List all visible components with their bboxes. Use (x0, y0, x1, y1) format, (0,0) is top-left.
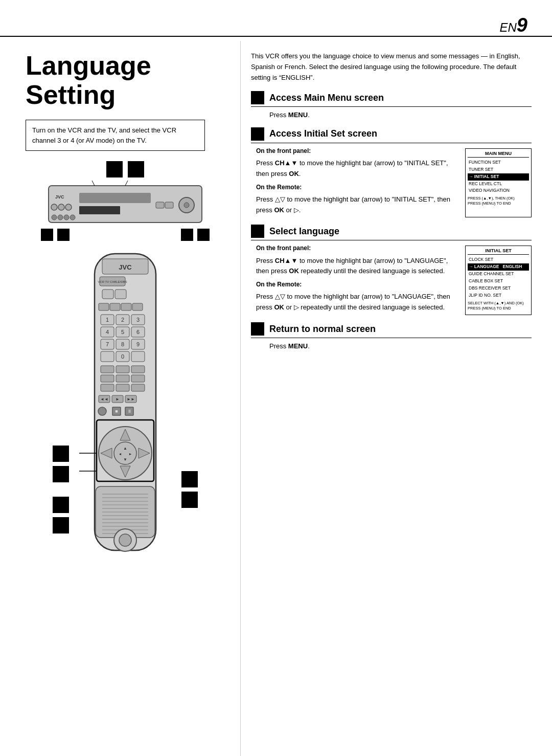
step-3-text: On the front panel: Press CH▲▼ to move t… (256, 243, 460, 315)
svg-rect-51 (116, 366, 129, 373)
step-1-text: Press MENU. (251, 110, 532, 120)
svg-text:◄◄: ◄◄ (100, 397, 108, 402)
svg-text:1: 1 (106, 317, 109, 323)
svg-rect-55 (131, 375, 145, 382)
step-3-front-text: Press CH▲▼ to move the highlight bar (ar… (256, 256, 460, 277)
screen-2-item-0: FUNCTION SET (468, 159, 529, 166)
screen-3-footer: SELECT WITH (▲,▼) AND (OK)PRESS (MENU) T… (468, 301, 529, 311)
step-1-square (251, 91, 264, 104)
remote-section: JVC VCR TV CABLE/DBS (26, 251, 225, 570)
step-2-title: Access Initial Set screen (269, 128, 377, 139)
left-column: Language Setting Turn on the VCR and the… (0, 41, 240, 756)
step-2-remote-text: Press △▽ to move the highlight bar (arro… (256, 194, 460, 216)
step-marker (41, 229, 53, 241)
step-marker (197, 229, 210, 241)
step-2-header: Access Initial Set screen (251, 127, 532, 143)
vcr-top-markers (26, 161, 225, 177)
svg-text:9: 9 (136, 341, 140, 347)
step-2-square (251, 127, 264, 141)
svg-rect-57 (116, 384, 129, 391)
svg-text:▼: ▼ (123, 457, 127, 462)
step-3-remote-head: On the Remote: (256, 280, 460, 290)
svg-text:⏸: ⏸ (127, 409, 132, 414)
svg-rect-27 (132, 303, 143, 310)
svg-point-2 (51, 204, 57, 210)
step-marker (57, 229, 70, 241)
screen-2-item-1: TUNER SET (468, 166, 529, 173)
step-2-block: Access Initial Set screen On the front p… (251, 127, 532, 218)
step-marker (53, 466, 69, 482)
svg-rect-53 (101, 375, 114, 382)
svg-text:JVC: JVC (55, 194, 64, 199)
svg-line-15 (92, 181, 95, 186)
svg-point-14 (70, 215, 75, 220)
page-title: Language Setting (26, 51, 225, 109)
svg-text:4: 4 (106, 329, 109, 335)
svg-line-16 (125, 181, 128, 186)
vcr-bottom-markers (26, 229, 225, 241)
step-4-title: Return to normal screen (269, 324, 376, 335)
en-label: EN (500, 20, 517, 34)
svg-text:0: 0 (121, 353, 124, 360)
screen-3-item-5: JLIP ID NO. SET (468, 292, 529, 299)
step-3-remote-text: Press △▽ to move the highlight bar (arro… (256, 292, 460, 313)
svg-text:7: 7 (106, 341, 109, 347)
svg-text:▲: ▲ (123, 446, 127, 451)
step-1-title: Access Main Menu screen (269, 93, 384, 103)
vcr-illustration: JVC (26, 181, 225, 227)
step-4-square (251, 322, 264, 336)
step-3-front-head: On the front panel: (256, 243, 460, 253)
svg-rect-5 (79, 193, 151, 203)
svg-text:VCR  TV CABLE/DBS: VCR TV CABLE/DBS (98, 280, 127, 283)
vcr-svg: JVC (46, 181, 204, 227)
svg-rect-22 (102, 290, 113, 299)
screen-3-item-3: CABLE BOX SET (468, 278, 529, 285)
screen-2-item-3: REC LEVEL CTL (468, 181, 529, 188)
svg-point-4 (65, 204, 72, 210)
step-3-screen: INITIAL SET CLOCK SET → LANGUAGE ENGLISH… (465, 246, 532, 315)
svg-rect-26 (121, 303, 131, 310)
svg-rect-50 (101, 366, 114, 373)
step-1-block: Access Main Menu screen Press MENU. (251, 91, 532, 120)
svg-point-12 (58, 215, 63, 220)
step-3-square (251, 225, 264, 238)
step-1-header: Access Main Menu screen (251, 91, 532, 107)
svg-rect-56 (101, 384, 114, 391)
step-2-content: On the front panel: Press CH▲▼ to move t… (251, 146, 532, 218)
screen-3-item-2: GUIDE CHANNEL SET (468, 271, 529, 278)
step-marker (128, 161, 144, 177)
svg-rect-24 (99, 303, 109, 310)
svg-rect-25 (110, 303, 120, 310)
screen-3-item-1: → LANGUAGE ENGLISH (468, 263, 529, 271)
step-3-header: Select language (251, 225, 532, 240)
remote-left-markers (53, 446, 69, 533)
step-4-text: Press MENU. (251, 341, 532, 351)
svg-text:►►: ►► (127, 397, 135, 402)
step-4-header: Return to normal screen (251, 322, 532, 338)
svg-rect-6 (79, 206, 120, 214)
vcr-section: JVC (26, 161, 225, 241)
svg-text:8: 8 (121, 341, 124, 347)
screen-3-item-0: CLOCK SET (468, 256, 529, 263)
svg-rect-46 (101, 351, 114, 362)
svg-text:■: ■ (115, 409, 118, 414)
svg-point-65 (98, 407, 106, 415)
screen-3-title: INITIAL SET (468, 248, 529, 255)
step-3-title: Select language (269, 226, 339, 237)
svg-text:►: ► (116, 397, 120, 402)
remote-layout: JVC VCR TV CABLE/DBS (26, 251, 225, 570)
step-2-front-text: Press CH▲▼ to move the highlight bar (ar… (256, 158, 460, 180)
svg-text:JVC: JVC (119, 263, 132, 271)
page-num: 9 (517, 14, 527, 36)
screen-2-item-4: VIDEO NAVIGATION (468, 187, 529, 194)
remote-svg: JVC VCR TV CABLE/DBS (74, 251, 176, 568)
screen-2-footer: PRESS (▲,▼), THEN (OK)PRESS (MENU) TO EN… (468, 196, 529, 206)
svg-rect-49 (131, 351, 145, 362)
step-marker (53, 497, 69, 513)
screen-2-item-2: → INITIAL SET (468, 173, 529, 181)
svg-text:◄: ◄ (119, 452, 122, 456)
svg-rect-54 (116, 375, 129, 382)
svg-rect-8 (165, 202, 173, 208)
svg-rect-23 (115, 290, 126, 299)
svg-point-3 (58, 204, 64, 210)
